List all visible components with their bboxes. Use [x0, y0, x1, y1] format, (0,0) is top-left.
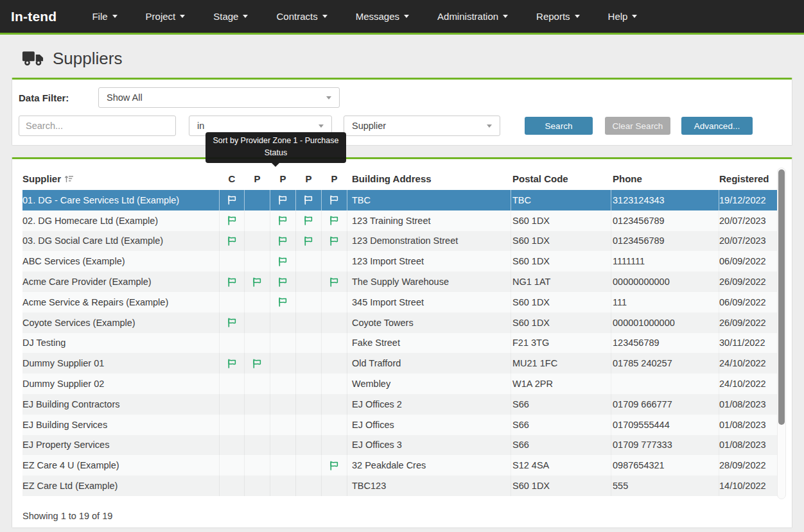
building-address-cell: 123 Demonstration Street [347, 231, 511, 252]
postal-code-cell: S60 1DX [511, 210, 611, 231]
column-header-p3[interactable]: P [296, 173, 322, 184]
flag-cell [245, 373, 270, 394]
flag-cell [270, 353, 296, 373]
phone-cell: 1111111 [611, 251, 719, 271]
search-input[interactable] [19, 116, 176, 136]
data-filter-select[interactable]: Show All [98, 87, 340, 108]
flag-cell [245, 353, 270, 373]
flag-cell [296, 415, 322, 435]
flag-cell [296, 292, 322, 313]
supplier-row[interactable]: Dummy Supplier 02WembleyW1A 2PR24/10/202… [22, 373, 778, 394]
column-header-supplier[interactable]: Supplier [22, 173, 219, 184]
flag-cell [219, 353, 245, 373]
flag-cell [245, 292, 270, 313]
postal-code-cell: S60 1DX [511, 292, 611, 313]
flag-cell [245, 455, 270, 476]
column-header-p2[interactable]: P [270, 173, 296, 184]
postal-code-cell: S66 [511, 394, 611, 415]
column-header-phone[interactable]: Phone [611, 173, 719, 184]
flag-cell [219, 476, 245, 496]
top-navbar: In-tend FileProjectStageContractsMessage… [0, 0, 804, 35]
supplier-row[interactable]: Acme Care Provider (Example)The Supply W… [22, 271, 778, 292]
supplier-row[interactable]: EZ Care 4 U (Example)32 Peakdale CresS12… [22, 455, 778, 476]
menu-messages[interactable]: Messages [346, 0, 419, 34]
supplier-row[interactable]: 01. DG - Care Services Ltd (Example)TBCT… [22, 190, 778, 210]
flag-icon [303, 194, 314, 205]
flag-cell [270, 455, 296, 476]
column-header-p4[interactable]: P [322, 173, 347, 184]
flag-cell [296, 333, 322, 354]
registered-date-cell: 19/12/2022 [719, 190, 778, 210]
registered-date-cell: 24/10/2022 [719, 353, 778, 373]
menu-contracts[interactable]: Contracts [267, 0, 336, 34]
flag-icon [227, 236, 238, 246]
column-header-postal[interactable]: Postal Code [511, 173, 611, 184]
menu-administration[interactable]: Administration [428, 0, 518, 34]
flag-icon [277, 277, 288, 287]
phone-cell: 000001000000 [611, 313, 719, 333]
column-header-address[interactable]: Building Address [347, 173, 511, 184]
supplier-row[interactable]: EJ Building ServicesEJ OfficesS660170955… [22, 415, 778, 435]
supplier-row[interactable]: Coyote Services (Example)Coyote TowersS6… [22, 313, 778, 333]
supplier-row[interactable]: EZ Care Ltd (Example)TBC123S60 1DX55514/… [22, 476, 778, 496]
phone-cell: 01709 666777 [611, 394, 719, 415]
clear-search-button[interactable]: Clear Search [605, 117, 670, 135]
column-header-p1[interactable]: P [245, 173, 270, 184]
phone-cell: 0123456789 [611, 231, 719, 252]
supplier-name-cell: EJ Building Services [22, 415, 219, 435]
search-row: in Supplier Search Clear Search Advanced… [19, 116, 785, 136]
menu-label: Project [146, 11, 176, 22]
flag-icon [303, 215, 314, 226]
menu-label: Help [608, 11, 628, 22]
supplier-row[interactable]: 02. DG Homecare Ltd (Example)123 Trainin… [22, 210, 778, 231]
registered-date-cell: 14/10/2022 [719, 476, 778, 496]
search-field-select[interactable]: Supplier [344, 116, 500, 136]
postal-code-cell: TBC [511, 190, 611, 210]
flag-cell [296, 373, 322, 394]
flag-cell [270, 251, 296, 271]
building-address-cell: TBC123 [347, 476, 511, 496]
supplier-row[interactable]: EJ Building ContractorsEJ Offices 2S6601… [22, 394, 778, 415]
chevron-down-icon [487, 124, 492, 128]
phone-cell [611, 373, 719, 394]
menu-file[interactable]: File [82, 0, 127, 34]
column-header-registered[interactable]: Registered [719, 173, 778, 184]
flag-cell [322, 190, 347, 210]
supplier-row[interactable]: 03. DG Social Care Ltd (Example)123 Demo… [22, 231, 778, 252]
vertical-scrollbar[interactable] [777, 167, 786, 499]
supplier-row[interactable]: Dummy Supplier 01Old TraffordMU21 1FC017… [22, 353, 778, 373]
supplier-name-cell: 02. DG Homecare Ltd (Example) [22, 210, 219, 231]
flag-cell [270, 415, 296, 435]
search-operator-value: in [197, 121, 204, 131]
flag-cell [219, 373, 245, 394]
supplier-row[interactable]: Acme Service & Repairs (Example)345 Impo… [22, 292, 778, 313]
building-address-cell: TBC [347, 190, 511, 210]
flag-cell [322, 210, 347, 231]
building-address-cell: The Supply Warehouse [347, 271, 511, 292]
phone-cell: 01785 240257 [611, 353, 719, 373]
column-header-c[interactable]: C [219, 173, 245, 184]
flag-cell [322, 415, 347, 435]
supplier-row[interactable]: EJ Property ServicesEJ Offices 3S6601709… [22, 435, 778, 456]
column-header-p4-label: P [331, 173, 337, 184]
flag-cell [296, 190, 322, 210]
advanced-button[interactable]: Advanced... [681, 117, 753, 135]
flag-cell [219, 455, 245, 476]
column-header-p2-label: P [279, 173, 286, 184]
menu-project[interactable]: Project [136, 0, 195, 34]
supplier-row[interactable]: DJ TestingFake StreetF21 3TG12345678930/… [22, 333, 778, 354]
postal-code-cell: NG1 1AT [511, 271, 611, 292]
chevron-down-icon [632, 15, 637, 18]
scrollbar-thumb[interactable] [778, 169, 785, 425]
flag-icon [277, 236, 288, 246]
flag-icon [252, 277, 263, 287]
menu-reports[interactable]: Reports [527, 0, 590, 34]
menu-stage[interactable]: Stage [204, 0, 258, 34]
menu-help[interactable]: Help [599, 0, 647, 34]
menu-label: Contracts [276, 11, 317, 22]
chevron-down-icon [319, 124, 324, 128]
search-button[interactable]: Search [525, 117, 593, 135]
chevron-down-icon [326, 96, 331, 99]
flag-cell [245, 271, 270, 292]
supplier-row[interactable]: ABC Services (Example)123 Import StreetS… [22, 251, 778, 271]
